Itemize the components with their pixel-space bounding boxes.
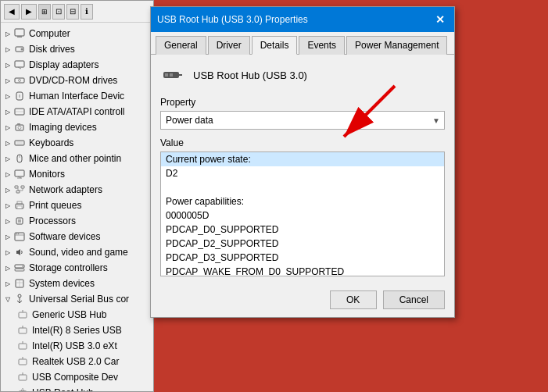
svg-rect-0 [15,29,24,36]
toolbar-btn1[interactable]: ⊞ [38,4,51,20]
tree-item-label: Intel(R) 8 Series USB [32,325,122,336]
toolbar-btn2[interactable]: ⊡ [52,4,65,20]
usb-device-icon [16,340,29,352]
device-name-label: USB Root Hub (USB 3.0) [193,69,307,81]
tree-item-computer[interactable]: ▷ Computer [1,26,153,41]
tree-item-usb-root[interactable]: USB Root Hub [1,385,153,392]
computer-icon [13,27,26,40]
svg-point-45 [18,294,21,298]
tree-item-label: Sound, video and game [29,247,128,258]
svg-rect-1 [17,36,22,37]
tree-item-mice[interactable]: ▷ Mice and other pointin [1,151,153,166]
tree-item-label: Computer [29,28,70,39]
dvd-icon [13,74,26,87]
expand-arrow: ▷ [4,92,12,100]
tree-item-display[interactable]: ▷ Display adapters [1,57,153,73]
tab-general[interactable]: General [156,36,206,55]
mouse-icon [13,152,26,165]
storage-icon [13,262,26,274]
sound-icon [13,246,26,258]
svg-rect-15 [15,141,24,145]
tree-item-print[interactable]: ▷ Print queues [1,198,153,213]
tree-item-disk[interactable]: ▷ Disk drives [1,41,153,57]
processor-icon [13,215,26,227]
tree-item-label: USB Root Hub [32,387,94,392]
expand-arrow: ▷ [4,77,12,84]
property-select[interactable]: Power data [160,111,445,130]
keyboard-icon [13,137,26,149]
tab-power-management[interactable]: Power Management [346,36,447,55]
tree-item-dvd[interactable]: ▷ DVD/CD-ROM drives [1,73,153,88]
system-icon [13,277,26,290]
tree-item-intel8[interactable]: Intel(R) 8 Series USB [1,323,153,338]
svg-point-36 [16,233,17,235]
tree-item-keyboard[interactable]: ▷ Keyboards [1,135,153,151]
tabs-bar: General Driver Details Events Power Mana… [151,32,454,55]
tree-item-processors[interactable]: ▷ Processors [1,213,153,229]
tab-driver[interactable]: Driver [208,36,250,55]
tree-item-usb[interactable]: ▽ Universal Serial Bus cor [1,291,153,307]
tree-item-intel-usb3[interactable]: Intel(R) USB 3.0 eXt [1,338,153,354]
tree-item-ide[interactable]: ▷ IDE ATA/ATAPI controll [1,104,153,119]
usb-device-icon [16,308,29,321]
toolbar-btn3[interactable]: ⊟ [66,4,79,20]
value-item-current-power-state: Current power state: [161,152,444,166]
svg-point-13 [18,127,21,130]
tree-item-label: Intel(R) USB 3.0 eXt [32,340,117,351]
ok-button[interactable]: OK [330,290,377,309]
toolbar-forward[interactable]: ▶ [21,4,37,20]
svg-rect-14 [17,123,20,125]
expand-arrow: ▷ [4,30,12,37]
expand-arrow: ▷ [4,280,12,287]
tree-item-software[interactable]: ▷ Software devices [1,229,153,244]
cancel-button[interactable]: Cancel [383,290,445,309]
expand-arrow: ▷ [4,201,12,209]
value-listbox[interactable]: Current power state: D2 Power capabiliti… [160,151,445,276]
expand-arrow: ▷ [4,155,12,162]
device-manager-panel: ◀ ▶ ⊞ ⊡ ⊟ ℹ ▷ Computer ▷ Disk drives ▷ [0,0,154,392]
hid-icon [13,90,26,102]
tree-item-sound[interactable]: ▷ Sound, video and game [1,244,153,260]
svg-rect-49 [19,312,27,318]
ide-icon [13,105,26,118]
tree-item-hid[interactable]: ▷ Human Interface Devic [1,88,153,104]
tree-item-generic-hub[interactable]: Generic USB Hub [1,307,153,323]
tree-item-monitors[interactable]: ▷ Monitors [1,166,153,182]
tab-details[interactable]: Details [252,36,298,55]
dialog-close-button[interactable]: ✕ [432,12,448,27]
tree-item-label: Display adapters [29,59,98,70]
tab-events[interactable]: Events [299,36,345,55]
expand-arrow: ▷ [4,139,12,147]
svg-point-3 [21,48,23,51]
display-icon [13,59,26,71]
svg-rect-69 [170,73,173,77]
imaging-icon [13,121,26,134]
tree-item-label: Processors [29,216,76,226]
usb-device-icon [16,355,29,368]
tree-item-usb-composite[interactable]: USB Composite Dev [1,369,153,385]
dialog-buttons: OK Cancel [151,284,454,317]
expand-arrow: ▷ [4,186,12,194]
value-item-d2: D2 [161,166,444,180]
dialog-content: USB Root Hub (USB 3.0) Property Power da… [151,55,454,284]
tree-item-storage[interactable]: ▷ Storage controllers [1,260,153,276]
tree-item-realtek[interactable]: Realtek USB 2.0 Car [1,354,153,369]
tree-item-label: System devices [29,278,95,289]
value-section-label: Value [160,137,445,148]
dialog-titlebar: USB Root Hub (USB 3.0) Properties ✕ [151,7,454,32]
device-header: USB Root Hub (USB 3.0) [160,62,445,87]
tree-item-system[interactable]: ▷ System devices [1,276,153,291]
usb-device-icon [16,324,29,337]
tree-item-label: Storage controllers [29,262,108,273]
value-item-power-caps: Power capabilities: [161,194,444,208]
expand-arrow: ▷ [4,248,12,256]
toolbar-back[interactable]: ◀ [4,4,20,20]
software-icon [13,230,26,243]
expand-arrow: ▷ [4,170,12,178]
toolbar-btn4[interactable]: ℹ [81,4,93,20]
tree-item-imaging[interactable]: ▷ Imaging devices [1,119,153,135]
svg-marker-38 [16,249,20,255]
network-icon [13,184,26,196]
tree-item-network[interactable]: ▷ Network adapters [1,182,153,198]
svg-rect-53 [19,344,27,349]
